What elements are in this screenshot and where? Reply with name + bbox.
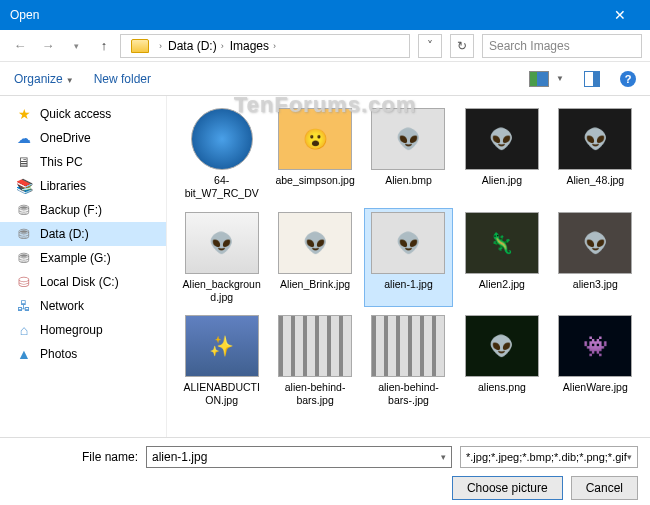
file-item[interactable]: 😮abe_simpson.jpg [270,104,359,204]
filename-input[interactable]: alien-1.jpg▾ [146,446,452,468]
libraries-icon: 📚 [16,178,32,194]
sidebar-item-label: Data (D:) [40,227,89,241]
help-icon[interactable]: ? [620,71,636,87]
file-name: Alien.jpg [461,174,542,187]
cancel-button[interactable]: Cancel [571,476,638,500]
file-thumbnail: ✨ [185,315,259,377]
file-item[interactable]: ✨ALIENABDUCTION.jpg [177,311,266,410]
sidebar-item-label: Quick access [40,107,111,121]
file-item[interactable]: 👽Alien.jpg [457,104,546,204]
file-item[interactable]: 👽Alien_48.jpg [551,104,640,204]
file-item[interactable]: 64-bit_W7_RC_DVD_Label.png [177,104,266,204]
file-name: alien3.jpg [555,278,636,291]
file-thumbnail: 😮 [278,108,352,170]
file-name: alien-behind-bars.jpg [274,381,355,406]
file-type-filter[interactable]: *.jpg;*.jpeg;*.bmp;*.dib;*.png;*.gif;*.j… [460,446,638,468]
photos-icon: ▲ [16,346,32,362]
title-bar: Open ✕ [0,0,650,30]
close-icon[interactable]: ✕ [600,7,640,23]
sidebar-item-backup[interactable]: ⛃Backup (F:) [0,198,166,222]
file-thumbnail [371,315,445,377]
nav-bar: ← → ▾ ↑ › Data (D:)› Images› ˅ ↻ Search … [0,30,650,62]
file-name: Alien_Brink.jpg [274,278,355,291]
file-thumbnail: 👽 [185,212,259,274]
file-name: Alien.bmp [368,174,449,187]
file-thumbnail: 👽 [558,108,632,170]
sidebar-item-this-pc[interactable]: 🖥This PC [0,150,166,174]
sidebar-item-network[interactable]: 🖧Network [0,294,166,318]
file-item[interactable]: 👽Alien_background.jpg [177,208,266,307]
breadcrumb-drive[interactable]: Data (D:)› [168,39,224,53]
file-thumbnail [278,315,352,377]
file-thumbnail: 👽 [371,108,445,170]
file-name: alien-behind-bars-.jpg [368,381,449,406]
file-item[interactable]: 👽aliens.png [457,311,546,410]
file-name: abe_simpson.jpg [274,174,355,187]
file-item[interactable]: 👽Alien_Brink.jpg [270,208,359,307]
sidebar-item-photos[interactable]: ▲Photos [0,342,166,366]
file-name: ALIENABDUCTION.jpg [181,381,262,406]
sidebar-item-label: Photos [40,347,77,361]
breadcrumb[interactable]: › Data (D:)› Images› [120,34,410,58]
file-thumbnail: 👾 [558,315,632,377]
homegroup-icon: ⌂ [16,322,32,338]
file-item[interactable]: alien-behind-bars-.jpg [364,311,453,410]
localdisk-icon: ⛁ [16,274,32,290]
sidebar-item-label: Example (G:) [40,251,111,265]
quick-access-icon: ★ [16,106,32,122]
up-button[interactable]: ↑ [92,34,116,58]
network-icon: 🖧 [16,298,32,314]
file-item[interactable]: alien-behind-bars.jpg [270,311,359,410]
file-item[interactable]: 👽alien-1.jpg [364,208,453,307]
file-name: Alien2.jpg [461,278,542,291]
file-thumbnail: 👽 [465,108,539,170]
onedrive-icon: ☁ [16,130,32,146]
refresh-button[interactable]: ↻ [450,34,474,58]
this-pc-icon: 🖥 [16,154,32,170]
toolbar: Organize▼ New folder ▼ ? [0,62,650,96]
back-button[interactable]: ← [8,34,32,58]
sidebar-item-quick-access[interactable]: ★Quick access [0,102,166,126]
preview-pane-icon[interactable] [584,71,600,87]
chevron-right-icon: › [159,41,162,51]
forward-button[interactable]: → [36,34,60,58]
sidebar-item-localdisk[interactable]: ⛁Local Disk (C:) [0,270,166,294]
file-name: Alien_background.jpg [181,278,262,303]
view-menu[interactable]: ▼ [529,71,564,87]
file-name: alien-1.jpg [368,278,449,291]
chevron-down-icon: ▾ [441,452,446,462]
sidebar-item-libraries[interactable]: 📚Libraries [0,174,166,198]
filename-label: File name: [12,450,138,464]
file-item[interactable]: 🦎Alien2.jpg [457,208,546,307]
file-list: 64-bit_W7_RC_DVD_Label.png😮abe_simpson.j… [166,96,650,437]
sidebar-item-label: Libraries [40,179,86,193]
new-folder-button[interactable]: New folder [94,72,151,86]
sidebar-item-label: Homegroup [40,323,103,337]
sidebar-item-label: Local Disk (C:) [40,275,119,289]
file-name: 64-bit_W7_RC_DVD_Label.png [181,174,262,200]
breadcrumb-dropdown[interactable]: ˅ [418,34,442,58]
file-item[interactable]: 👽Alien.bmp [364,104,453,204]
data-icon: ⛃ [16,226,32,242]
recent-dropdown-icon[interactable]: ▾ [64,34,88,58]
sidebar-item-data[interactable]: ⛃Data (D:) [0,222,166,246]
file-thumbnail: 👽 [278,212,352,274]
sidebar-item-example[interactable]: ⛃Example (G:) [0,246,166,270]
file-thumbnail [191,108,253,170]
sidebar-item-label: OneDrive [40,131,91,145]
sidebar-item-homegroup[interactable]: ⌂Homegroup [0,318,166,342]
folder-icon [131,39,149,53]
file-name: Alien_48.jpg [555,174,636,187]
file-thumbnail: 👽 [558,212,632,274]
file-item[interactable]: 👽alien3.jpg [551,208,640,307]
file-name: AlienWare.jpg [555,381,636,394]
search-input[interactable]: Search Images [482,34,642,58]
file-name: aliens.png [461,381,542,394]
sidebar-item-onedrive[interactable]: ☁OneDrive [0,126,166,150]
backup-icon: ⛃ [16,202,32,218]
choose-picture-button[interactable]: Choose picture [452,476,563,500]
breadcrumb-folder[interactable]: Images› [230,39,276,53]
sidebar-item-label: Backup (F:) [40,203,102,217]
organize-menu[interactable]: Organize▼ [14,72,74,86]
file-item[interactable]: 👾AlienWare.jpg [551,311,640,410]
